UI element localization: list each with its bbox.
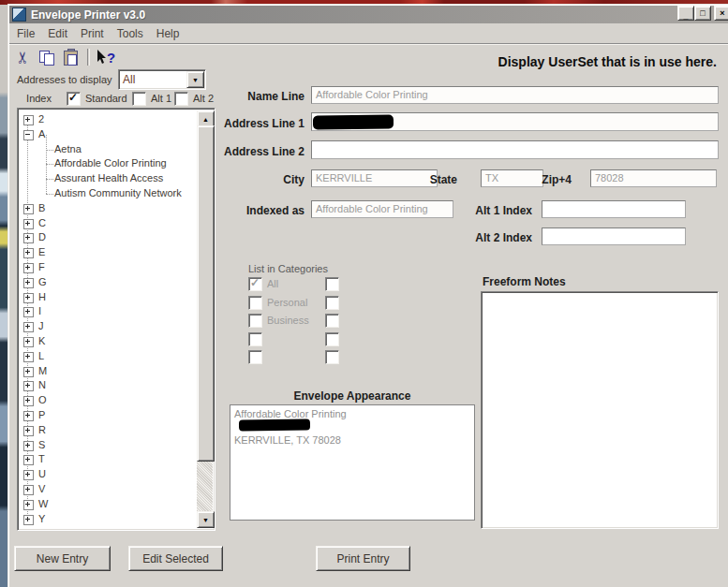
tree-scrollbar[interactable]: ▲ ▼: [197, 110, 213, 528]
edit-selected-button[interactable]: Edit Selected: [128, 546, 223, 571]
expand-icon[interactable]: [23, 396, 34, 406]
expand-icon[interactable]: [23, 352, 34, 362]
tree-item[interactable]: Assurant Health Access: [20, 171, 197, 186]
tree-item[interactable]: N: [20, 378, 197, 393]
menu-tools[interactable]: Tools: [111, 26, 150, 42]
expand-icon[interactable]: [23, 515, 34, 525]
scrollbar-thumb[interactable]: [197, 125, 215, 462]
tree-item[interactable]: Aetna: [20, 142, 197, 157]
tree-item[interactable]: C: [20, 216, 197, 231]
tree-item[interactable]: S: [20, 438, 197, 453]
expand-icon[interactable]: [23, 455, 34, 465]
tree-item[interactable]: M: [20, 364, 197, 379]
print-entry-button[interactable]: Print Entry: [316, 546, 410, 571]
tree-item[interactable]: H: [20, 290, 197, 305]
expand-icon[interactable]: [23, 115, 34, 125]
alt1-index-field[interactable]: [542, 200, 686, 218]
expand-icon[interactable]: [23, 248, 34, 258]
chevron-down-icon[interactable]: ▼: [186, 71, 204, 88]
tree-item[interactable]: W: [20, 497, 197, 512]
tree-item[interactable]: I: [20, 304, 197, 319]
tree-item[interactable]: E: [20, 245, 197, 260]
category-checkbox-left[interactable]: [248, 332, 262, 346]
menubar: File Edit Print Tools Help: [10, 26, 186, 42]
category-checkbox-left[interactable]: [248, 350, 262, 364]
tree-item[interactable]: J: [20, 319, 197, 334]
tree-item[interactable]: Autism Community Network: [20, 186, 197, 201]
expand-icon[interactable]: [23, 485, 34, 495]
tree-item[interactable]: F: [20, 260, 197, 275]
alt2-index-field[interactable]: [542, 227, 686, 245]
menu-file[interactable]: File: [10, 26, 41, 42]
category-checkbox-right[interactable]: [325, 314, 339, 328]
expand-icon[interactable]: [23, 204, 34, 214]
freeform-notes-label: Freeform Notes: [483, 275, 566, 288]
tree-item[interactable]: T: [20, 452, 197, 467]
tree-item[interactable]: D: [20, 230, 197, 245]
expand-icon[interactable]: [23, 219, 34, 229]
scroll-down-icon[interactable]: ▼: [197, 511, 215, 528]
name-line-field[interactable]: Affordable Color Printing: [311, 86, 719, 104]
expand-icon[interactable]: [23, 263, 34, 273]
paste-button[interactable]: [59, 47, 83, 67]
category-checkbox-left[interactable]: [248, 296, 262, 310]
expand-icon[interactable]: [23, 381, 34, 391]
address-line-2-field[interactable]: [311, 140, 719, 159]
indexed-as-field[interactable]: Affordable Color Printing: [311, 200, 453, 218]
tree-item[interactable]: A: [20, 127, 197, 142]
menu-help[interactable]: Help: [150, 26, 186, 42]
category-checkbox-right[interactable]: [325, 296, 339, 310]
expand-icon[interactable]: [23, 411, 34, 421]
maximize-button[interactable]: □: [694, 6, 711, 21]
category-row: Business: [248, 314, 361, 328]
new-entry-button[interactable]: New Entry: [14, 546, 111, 571]
address-tree[interactable]: 2AAetnaAffordable Color PrintingAssurant…: [17, 108, 215, 531]
tree-item[interactable]: O: [20, 393, 197, 408]
city-field[interactable]: KERRVILLE: [311, 169, 438, 187]
expand-icon[interactable]: [23, 500, 34, 510]
category-checkbox-right[interactable]: [325, 350, 339, 364]
menu-edit[interactable]: Edit: [41, 26, 74, 42]
close-button[interactable]: ×: [714, 6, 728, 21]
tree-item[interactable]: R: [20, 423, 197, 438]
checkbox-alt1[interactable]: [132, 92, 146, 106]
zip-field[interactable]: 78028: [590, 169, 717, 187]
category-checkbox-right[interactable]: [325, 277, 339, 291]
minimize-button[interactable]: _: [677, 6, 694, 21]
tree-item[interactable]: L: [20, 349, 197, 364]
freeform-notes-box[interactable]: [481, 291, 719, 529]
category-checkbox-left[interactable]: [248, 314, 262, 328]
expand-icon[interactable]: [23, 337, 34, 347]
collapse-icon[interactable]: [23, 130, 34, 140]
expand-icon[interactable]: [23, 441, 34, 451]
tree-item[interactable]: P: [20, 408, 197, 423]
context-help-button[interactable]: ?: [94, 47, 118, 67]
checkbox-standard[interactable]: [67, 92, 81, 106]
tree-item[interactable]: K: [20, 334, 197, 349]
tree-item[interactable]: B: [20, 201, 197, 216]
category-checkbox-right[interactable]: [325, 332, 339, 346]
addresses-combo[interactable]: All ▼: [118, 69, 206, 90]
expand-icon[interactable]: [23, 470, 34, 480]
expand-icon[interactable]: [23, 367, 34, 377]
menu-print[interactable]: Print: [74, 26, 111, 42]
tree-item[interactable]: Affordable Color Printing: [20, 156, 197, 171]
cut-button[interactable]: ✂: [10, 47, 35, 67]
copy-button[interactable]: [35, 47, 59, 67]
tree-item[interactable]: G: [20, 275, 197, 290]
titlebar[interactable]: Envelope Printer v3.0: [9, 6, 728, 23]
expand-icon[interactable]: [23, 278, 34, 288]
tree-item[interactable]: V: [20, 482, 197, 497]
tree-item[interactable]: Y: [20, 512, 197, 527]
expand-icon[interactable]: [23, 322, 34, 332]
category-row: All: [248, 277, 361, 291]
category-checkbox-left[interactable]: [248, 277, 262, 291]
expand-icon[interactable]: [23, 307, 34, 317]
checkbox-alt2[interactable]: [174, 92, 188, 106]
expand-icon[interactable]: [23, 233, 34, 243]
expand-icon[interactable]: [23, 293, 34, 303]
tree-item[interactable]: U: [20, 467, 197, 482]
tree-item[interactable]: 2: [20, 112, 197, 127]
expand-icon[interactable]: [23, 426, 34, 436]
tree-item-label: L: [38, 349, 44, 364]
